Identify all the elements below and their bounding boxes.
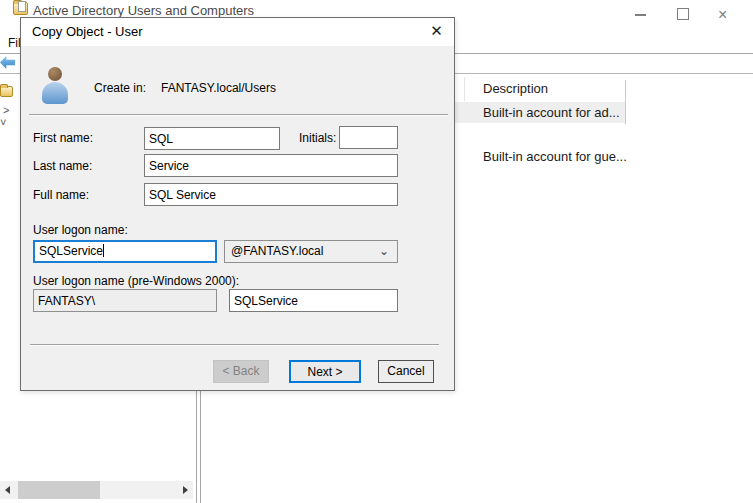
text-caret <box>103 244 104 257</box>
full-name-field[interactable] <box>144 183 398 206</box>
scroll-right-icon[interactable] <box>183 486 188 494</box>
first-name-label: First name: <box>33 131 93 145</box>
pre2000-logon-label: User logon name (pre-Windows 2000): <box>33 274 239 288</box>
last-name-field[interactable] <box>144 154 398 177</box>
dialog-close-icon: ✕ <box>419 18 454 44</box>
domain-dropdown[interactable]: @FANTASY.local ⌄ <box>224 240 398 263</box>
list-row-description[interactable]: Built-in account for ad... <box>483 105 620 120</box>
pre2000-domain-field[interactable] <box>33 289 217 312</box>
back-icon[interactable] <box>0 56 15 69</box>
pre2000-logon-field[interactable] <box>229 289 398 312</box>
scrollbar-thumb[interactable] <box>18 481 100 499</box>
maximize-button[interactable] <box>669 5 695 25</box>
minimize-button[interactable] <box>627 5 653 25</box>
last-name-label: Last name: <box>33 159 92 173</box>
dropdown-chevron-icon: ⌄ <box>379 241 389 261</box>
user-logon-name-field[interactable]: SQLService <box>33 240 217 263</box>
close-button[interactable]: × <box>712 5 738 25</box>
user-icon <box>41 67 69 104</box>
dialog-close-button[interactable]: ✕ <box>419 18 454 46</box>
domain-dropdown-value: @FANTASY.local <box>231 244 323 258</box>
column-header-description[interactable]: Description <box>483 81 548 96</box>
next-button[interactable]: Next > <box>289 360 361 383</box>
column-divider <box>625 80 626 124</box>
minimize-icon <box>635 14 646 16</box>
buttons-separator <box>30 344 439 346</box>
app-icon <box>13 2 28 15</box>
user-icon-head <box>48 67 62 81</box>
initials-field[interactable] <box>339 126 398 149</box>
header-separator <box>29 114 448 116</box>
dialog-titlebar: Copy Object - User ✕ <box>21 18 454 46</box>
copy-object-user-dialog: Copy Object - User ✕ Create in: FANTASY.… <box>20 17 455 391</box>
user-logon-name-value: SQLService <box>39 244 103 258</box>
maximize-icon <box>677 8 689 20</box>
user-logon-name-label: User logon name: <box>33 223 128 237</box>
first-name-field[interactable] <box>144 127 280 150</box>
full-name-label: Full name: <box>33 188 89 202</box>
dialog-title: Copy Object - User <box>32 18 143 46</box>
chevron-right-icon[interactable]: > <box>3 104 9 116</box>
folder-icon[interactable] <box>0 86 13 97</box>
column-divider <box>464 77 465 101</box>
chevron-down-icon[interactable]: ˅ <box>0 116 6 128</box>
app-title: Active Directory Users and Computers <box>33 3 254 18</box>
create-in-value: FANTASY.local/Users <box>161 81 276 95</box>
list-row-description[interactable]: Built-in account for gue... <box>483 149 627 164</box>
initials-label: Initials: <box>299 131 336 145</box>
back-button: < Back <box>213 360 269 383</box>
create-in-label: Create in: <box>94 81 146 95</box>
scroll-left-icon[interactable] <box>5 486 10 494</box>
cancel-button[interactable]: Cancel <box>378 360 434 383</box>
user-icon-body <box>42 82 68 104</box>
close-icon: × <box>718 5 727 25</box>
